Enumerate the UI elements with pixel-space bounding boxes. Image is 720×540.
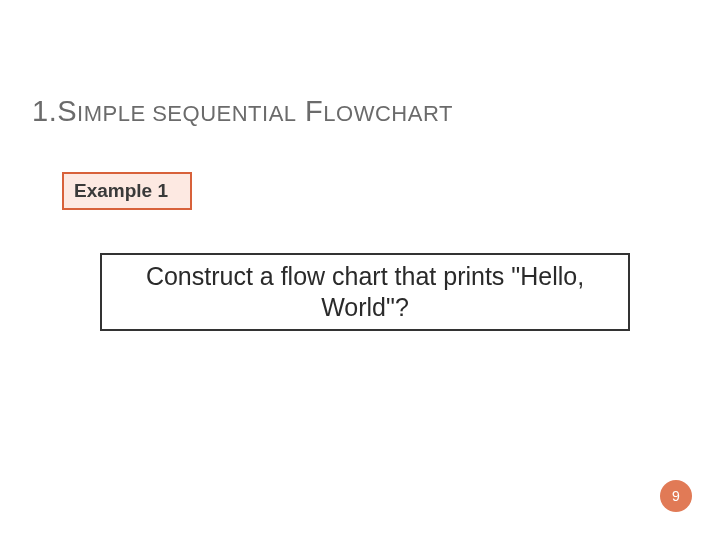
heading-cap-f: F <box>297 95 324 127</box>
slide-heading: 1.SIMPLE SEQUENTIAL FLOWCHART <box>32 95 453 128</box>
question-text: Construct a flow chart that prints "Hell… <box>112 261 618 324</box>
example-label-box: Example 1 <box>62 172 192 210</box>
heading-cap-s: S <box>57 95 77 127</box>
heading-word-sequential: SEQUENTIAL <box>152 101 296 126</box>
page-number-badge: 9 <box>660 480 692 512</box>
example-label-text: Example 1 <box>74 180 168 202</box>
heading-word-simple: IMPLE <box>77 101 146 126</box>
heading-word-lowchart: LOWCHART <box>323 101 453 126</box>
question-box: Construct a flow chart that prints "Hell… <box>100 253 630 331</box>
heading-number: 1. <box>32 95 57 127</box>
page-number-text: 9 <box>672 488 680 504</box>
